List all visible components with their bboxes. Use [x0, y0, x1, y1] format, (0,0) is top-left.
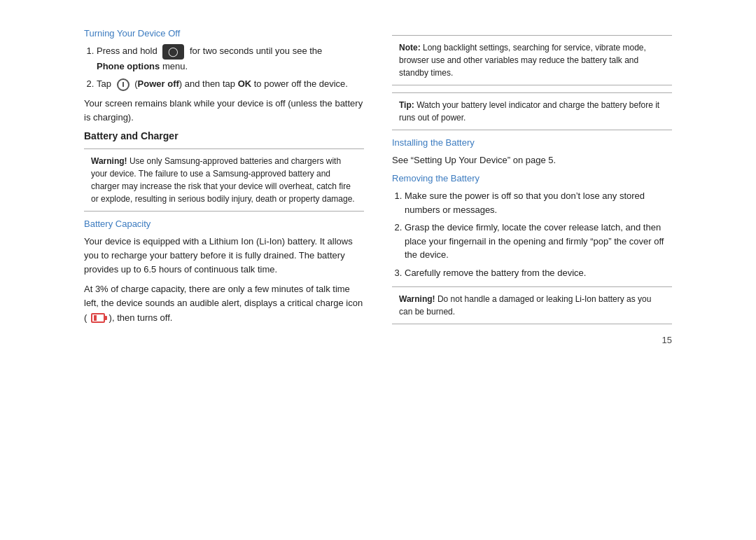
page-number: 15 — [662, 335, 672, 345]
phone-options-suffix: menu. — [162, 61, 188, 71]
screen-blank-text: Your screen remains blank while your dev… — [84, 97, 364, 125]
remove-step-3: Carefully remove the battery from the de… — [405, 266, 672, 280]
step1-text-after: for two seconds until you see the — [190, 46, 322, 56]
battery-charger-section: Battery and Charger Warning! Use only Sa… — [84, 130, 364, 212]
step-1: Press and hold ◯ for two seconds until y… — [97, 44, 364, 73]
power-button-icon: ◯ — [162, 44, 184, 60]
removing-battery-section: Removing the Battery Make sure the power… — [392, 173, 672, 279]
battery-capacity-para2: At 3% of charge capacity, there are only… — [84, 282, 364, 324]
warning2-text: Do not handle a damaged or leaking Li-Io… — [399, 294, 651, 317]
battery-warning-box: Warning! Use only Samsung-approved batte… — [84, 148, 364, 212]
installing-battery-section: Installing the Battery See “Setting Up Y… — [392, 137, 672, 167]
note-text: Long backlight settings, searching for s… — [399, 43, 646, 78]
phone-options-label: Phone options — [97, 61, 160, 71]
warning-text: Use only Samsung-approved batteries and … — [91, 156, 355, 204]
battery-charger-title: Battery and Charger — [84, 130, 364, 141]
battery-warning2-box: Warning! Do not handle a damaged or leak… — [392, 286, 672, 324]
left-column: Turning Your Device Off Press and hold ◯… — [84, 28, 364, 331]
tip-label: Tip: — [399, 100, 414, 110]
step2-text-middle: (Power off) and then tap OK to power off… — [134, 78, 348, 89]
power-off-circle-icon — [117, 78, 130, 91]
step2-text-before: Tap — [97, 78, 111, 89]
warning2-label: Warning! — [399, 294, 435, 304]
tip-text: Watch your battery level indicator and c… — [399, 100, 659, 123]
turning-off-section: Turning Your Device Off Press and hold ◯… — [84, 28, 364, 125]
step-2: Tap (Power off) and then tap OK to power… — [97, 77, 364, 91]
battery-capacity-title: Battery Capacity — [84, 219, 364, 229]
right-column: Note: Long backlight settings, searching… — [392, 28, 672, 331]
note-box: Note: Long backlight settings, searching… — [392, 35, 672, 85]
warning-label: Warning! — [91, 156, 127, 166]
remove-step-1: Make sure the power is off so that you d… — [405, 189, 672, 216]
page: Turning Your Device Off Press and hold ◯… — [63, 0, 693, 359]
installing-battery-text: See “Setting Up Your Device” on page 5. — [392, 153, 672, 167]
installing-battery-title: Installing the Battery — [392, 137, 672, 148]
removing-battery-title: Removing the Battery — [392, 173, 672, 184]
step1-text-before: Press and hold — [97, 46, 158, 56]
turning-off-title: Turning Your Device Off — [84, 28, 364, 39]
tip-box: Tip: Watch your battery level indicator … — [392, 92, 672, 130]
note-label: Note: — [399, 43, 421, 53]
battery-capacity-para1: Your device is equipped with a Lithium I… — [84, 235, 364, 277]
battery-capacity-section: Battery Capacity Your device is equipped… — [84, 219, 364, 325]
remove-step-2: Grasp the device firmly, locate the cove… — [405, 221, 672, 262]
battery-low-icon — [91, 313, 105, 323]
